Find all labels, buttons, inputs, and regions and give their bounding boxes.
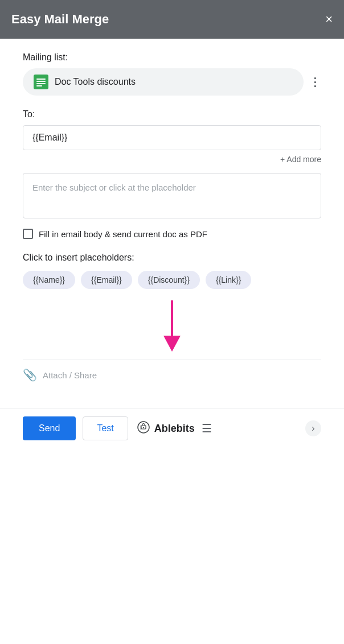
svg-point-10 [143, 427, 144, 428]
close-button[interactable]: × [325, 13, 333, 26]
mailing-list-pill[interactable]: Doc Tools discounts [23, 68, 304, 96]
placeholder-chip-link[interactable]: {{Link}} [206, 271, 251, 289]
placeholder-chip-email[interactable]: {{Email}} [81, 271, 132, 289]
placeholders-section: Click to insert placeholders: {{Name}} {… [23, 253, 321, 289]
hamburger-menu-icon[interactable]: ☰ [202, 422, 212, 435]
svg-rect-4 [36, 85, 42, 86]
mailing-list-row: Doc Tools discounts ⋮ [23, 68, 321, 96]
subject-input[interactable]: Enter the subject or click at the placeh… [23, 173, 321, 218]
pink-arrow-icon [163, 300, 181, 352]
add-more-link[interactable]: + Add more [23, 155, 321, 164]
footer: Send Test i Ablebits ☰ › [0, 408, 344, 448]
more-options-button[interactable]: ⋮ [309, 75, 321, 89]
svg-rect-2 [36, 81, 46, 82]
collapse-button[interactable]: › [305, 420, 321, 436]
arrow-indicator [23, 300, 321, 352]
svg-marker-6 [163, 336, 181, 352]
to-label: To: [23, 109, 321, 119]
paperclip-icon: 📎 [23, 368, 37, 382]
pdf-checkbox-label: Fill in email body & send current doc as… [39, 229, 207, 239]
svg-rect-1 [36, 79, 46, 80]
pdf-checkbox-row[interactable]: Fill in email body & send current doc as… [23, 229, 321, 239]
to-input[interactable]: {{Email}} [23, 125, 321, 150]
pdf-checkbox[interactable] [23, 229, 33, 239]
placeholders-title: Click to insert placeholders: [23, 253, 321, 263]
placeholder-chip-discount[interactable]: {{Discount}} [138, 271, 200, 289]
attach-row[interactable]: 📎 Attach / Share [23, 360, 321, 390]
ablebits-lock-icon: i [137, 421, 150, 436]
app-title: Easy Mail Merge [11, 12, 109, 27]
attach-label: Attach / Share [43, 370, 97, 380]
sheets-icon [33, 74, 49, 90]
svg-rect-3 [36, 83, 46, 84]
ablebits-brand-name: Ablebits [154, 423, 195, 435]
ablebits-area: i Ablebits [137, 421, 195, 436]
subject-placeholder: Enter the subject or click at the placeh… [32, 183, 196, 192]
mailing-list-name: Doc Tools discounts [55, 77, 136, 87]
send-button[interactable]: Send [23, 416, 76, 440]
main-content: Mailing list: Doc Tools discounts ⋮ To: … [0, 39, 344, 408]
test-button[interactable]: Test [83, 416, 128, 440]
placeholders-grid: {{Name}} {{Email}} {{Discount}} {{Link}} [23, 271, 321, 289]
app-header: Easy Mail Merge × [0, 0, 344, 39]
to-section: To: {{Email}} [23, 109, 321, 150]
placeholder-chip-name[interactable]: {{Name}} [23, 271, 75, 289]
mailing-list-label: Mailing list: [23, 52, 321, 63]
